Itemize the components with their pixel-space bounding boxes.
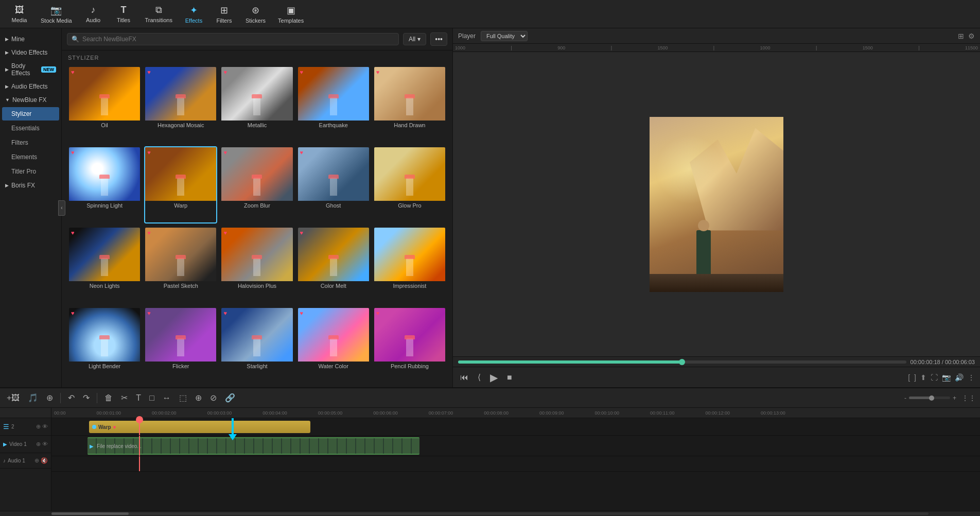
heart-icon-warp[interactable]: ♥ — [147, 149, 151, 156]
heart-icon-hand-drawn[interactable]: ♥ — [376, 69, 380, 75]
effect-item-metallic[interactable]: ♥Metallic — [220, 66, 293, 143]
sidebar-item-titler-pro[interactable]: Titler Pro — [2, 165, 59, 178]
sidebar-item-video-effects[interactable]: ▶ Video Effects — [0, 46, 61, 59]
warp-clip[interactable]: Warp ♥ — [89, 421, 310, 433]
zoom-in-icon[interactable]: + — [953, 394, 956, 402]
sidebar-item-stylizer[interactable]: Stylizer — [2, 107, 59, 121]
effect-item-water-color[interactable]: ♥Water Color — [297, 307, 370, 384]
effect-item-halovision-plus[interactable]: ♥Halovision Plus — [220, 227, 293, 304]
toolbar-stock-media[interactable]: 📷 Stock Media — [36, 3, 77, 26]
link-button[interactable]: 🔗 — [222, 391, 238, 404]
effect-item-impressionist[interactable]: Impressionist — [373, 227, 446, 304]
group-button[interactable]: ⊕ — [192, 391, 204, 404]
more-icon[interactable]: ⋮ — [968, 373, 975, 382]
heart-icon-halovision-plus[interactable]: ♥ — [223, 230, 227, 236]
effect-item-neon-lights[interactable]: ♥Neon Lights — [68, 227, 141, 304]
text-button[interactable]: T — [133, 392, 144, 404]
toolbar-templates[interactable]: ▣ Templates — [273, 3, 309, 26]
track-eye-icon[interactable]: 👁 — [42, 423, 48, 430]
effect-item-hexagonal-mosaic[interactable]: ♥Hexagonal Mosaic — [144, 66, 217, 143]
heart-icon-pastel-sketch[interactable]: ♥ — [147, 230, 151, 236]
heart-icon-earthquake[interactable]: ♥ — [300, 69, 304, 75]
quality-select[interactable]: Full Quality Half Quality — [481, 31, 528, 41]
undo-button[interactable]: ↶ — [65, 391, 77, 404]
unlink-button[interactable]: ⊘ — [207, 391, 219, 404]
sidebar-item-elements[interactable]: Elements — [2, 150, 59, 164]
heart-icon-starlight[interactable]: ♥ — [223, 310, 227, 316]
more-options-button[interactable]: ••• — [430, 32, 447, 46]
toggle-button[interactable]: ⊕ — [44, 391, 56, 404]
more-timeline-icon[interactable]: ⋮⋮ — [961, 394, 976, 402]
filter-all-button[interactable]: All ▾ — [403, 33, 426, 45]
cut-button[interactable]: ✂ — [118, 391, 130, 404]
mark-out-icon[interactable]: ] — [914, 373, 916, 382]
toolbar-effects[interactable]: ✦ Effects — [180, 3, 208, 26]
effect-item-pencil-rubbing[interactable]: ♥Pencil Rubbing — [373, 307, 446, 384]
heart-icon-zoom-blur[interactable]: ♥ — [223, 149, 227, 156]
toolbar-audio[interactable]: ♪ Audio — [79, 3, 108, 25]
sidebar-item-mine[interactable]: ▶ Mine — [0, 32, 61, 46]
settings-icon[interactable]: ⚙ — [968, 32, 975, 40]
effect-item-spinning-light[interactable]: ♥Spinning Light — [68, 146, 141, 223]
camera-icon[interactable]: 📷 — [942, 373, 951, 382]
heart-icon-ghost[interactable]: ♥ — [300, 149, 304, 156]
track-v1-eye-icon[interactable]: 👁 — [42, 441, 48, 448]
heart-icon-metallic[interactable]: ♥ — [223, 69, 227, 75]
effect-item-flicker[interactable]: ♥Flicker — [144, 307, 217, 384]
add-media-button[interactable]: +🖼 — [4, 392, 22, 404]
effect-item-glow-pro[interactable]: Glow Pro — [373, 146, 446, 223]
track-a1-mute-icon[interactable]: 🔇 — [41, 457, 48, 464]
play-button[interactable]: ▶ — [488, 369, 500, 386]
frame-back-button[interactable]: ⟨ — [476, 370, 483, 384]
zoom-slider[interactable] — [909, 397, 950, 399]
effect-item-starlight[interactable]: ♥Starlight — [220, 307, 293, 384]
skip-back-button[interactable]: ⏮ — [458, 371, 470, 384]
video-track-clip[interactable]: ▶ File replace video... — [87, 437, 419, 455]
effect-item-oil[interactable]: ♥Oil — [68, 66, 141, 143]
toolbar-media[interactable]: 🖼 Media — [5, 3, 33, 25]
search-input[interactable] — [82, 36, 394, 43]
effect-item-pastel-sketch[interactable]: ♥Pastel Sketch — [144, 227, 217, 304]
heart-icon-light-bender[interactable]: ♥ — [71, 310, 75, 316]
zoom-out-icon[interactable]: - — [904, 394, 906, 402]
heart-icon-oil[interactable]: ♥ — [71, 69, 75, 75]
heart-icon-hexagonal-mosaic[interactable]: ♥ — [147, 69, 151, 75]
progress-track[interactable] — [458, 360, 906, 364]
rect-button[interactable]: □ — [147, 392, 157, 404]
search-input-wrapper[interactable]: 🔍 — [67, 33, 399, 45]
effect-item-warp[interactable]: ♥Warp — [144, 146, 217, 223]
delete-button[interactable]: 🗑 — [102, 392, 115, 404]
track-a1-add-icon[interactable]: ⊕ — [34, 457, 39, 464]
sidebar-item-boris-fx[interactable]: ▶ Boris FX — [0, 179, 61, 192]
export-icon[interactable]: ⬆ — [920, 373, 926, 382]
layer-button[interactable]: ⬚ — [177, 391, 189, 404]
sidebar-item-newblue-fx[interactable]: ▼ NewBlue FX — [0, 93, 61, 107]
effect-item-zoom-blur[interactable]: ♥Zoom Blur — [220, 146, 293, 223]
heart-icon-flicker[interactable]: ♥ — [147, 310, 151, 316]
sidebar-item-body-effects[interactable]: ▶ Body Effects NEW — [0, 59, 61, 80]
volume-icon[interactable]: 🔊 — [955, 373, 964, 382]
sidebar-toggle-btn[interactable]: ‹ — [58, 200, 65, 216]
sidebar-item-filters[interactable]: Filters — [2, 136, 59, 149]
sidebar-item-audio-effects[interactable]: ▶ Audio Effects — [0, 80, 61, 93]
heart-icon-water-color[interactable]: ♥ — [300, 310, 304, 316]
expand-icon[interactable]: ⊞ — [958, 32, 964, 40]
heart-icon-spinning-light[interactable]: ♥ — [71, 149, 75, 156]
track-lock-icon[interactable]: ⊕ — [36, 423, 41, 430]
toolbar-filters[interactable]: ⊞ Filters — [210, 3, 238, 26]
toolbar-transitions[interactable]: ⧉ Transitions — [140, 3, 178, 25]
heart-icon-pencil-rubbing[interactable]: ♥ — [376, 310, 380, 316]
toolbar-stickers[interactable]: ⊛ Stickers — [240, 3, 271, 26]
sidebar-item-essentials[interactable]: Essentials — [2, 122, 59, 135]
track-v1-add-icon[interactable]: ⊕ — [36, 441, 41, 448]
scrollbar-thumb[interactable] — [51, 512, 129, 515]
effect-item-light-bender[interactable]: ♥Light Bender — [68, 307, 141, 384]
playhead[interactable] — [139, 418, 140, 435]
redo-button[interactable]: ↷ — [80, 391, 92, 404]
effect-item-color-melt[interactable]: ♥Color Melt — [297, 227, 370, 304]
effect-item-earthquake[interactable]: ♥Earthquake — [297, 66, 370, 143]
effect-item-ghost[interactable]: ♥Ghost — [297, 146, 370, 223]
mark-in-icon[interactable]: [ — [908, 373, 910, 382]
effect-item-hand-drawn[interactable]: ♥Hand Drawn — [373, 66, 446, 143]
add-audio-button[interactable]: 🎵 — [25, 391, 41, 404]
